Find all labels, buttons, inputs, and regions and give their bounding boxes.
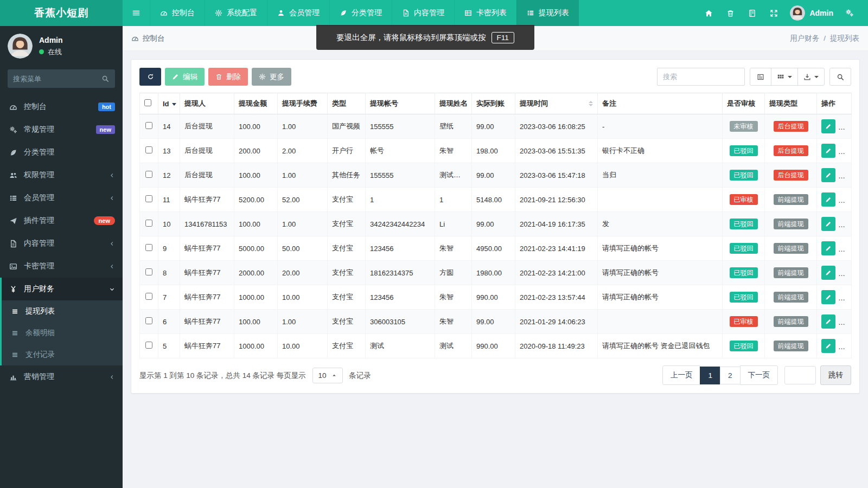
topnav-item[interactable]: 提现列表 — [516, 0, 579, 26]
select-all-header[interactable] — [140, 93, 158, 114]
search-button[interactable] — [829, 68, 851, 86]
withdraw-type-badge: 前端提现 — [774, 243, 808, 254]
page-size-select[interactable]: 10 — [312, 368, 343, 383]
column-header[interactable]: 是否审核 — [723, 93, 765, 114]
delete-button[interactable]: 删除 — [208, 68, 248, 86]
edit-row-button[interactable] — [821, 314, 835, 329]
edit-row-button[interactable] — [821, 266, 835, 280]
sidebar-item[interactable]: 内容管理 — [0, 232, 123, 255]
edit-row-button[interactable] — [821, 290, 835, 304]
user-status: 在线 — [39, 47, 63, 57]
sidebar-toggle-button[interactable] — [123, 0, 150, 26]
row-checkbox[interactable] — [145, 268, 152, 275]
log-icon[interactable] — [741, 0, 763, 26]
topnav-user[interactable]: Admin — [784, 5, 839, 21]
row-checkbox[interactable] — [145, 317, 152, 324]
pencil-icon — [825, 343, 832, 349]
sidebar-item[interactable]: 营销管理 — [0, 365, 123, 388]
sidebar-search-input[interactable] — [8, 69, 95, 88]
edit-row-button[interactable] — [821, 144, 835, 158]
column-header[interactable]: 提现手续费 — [278, 93, 328, 114]
jump-button[interactable]: 跳转 — [820, 365, 851, 385]
search-icon — [101, 75, 109, 82]
row-checkbox[interactable] — [145, 146, 152, 153]
row-checkbox[interactable] — [145, 122, 152, 129]
column-header[interactable]: 操作 — [817, 93, 852, 114]
column-header-label: 提现人 — [184, 99, 206, 107]
column-header[interactable]: 提现人 — [180, 93, 234, 114]
cell-actual-amount: 4950.00 — [472, 236, 515, 261]
edit-row-button[interactable] — [821, 168, 835, 182]
trash-icon[interactable] — [719, 0, 741, 26]
table-row: 14后台提现100.001.00国产视频155555壁纸99.002023-03… — [140, 114, 852, 139]
sidebar-item[interactable]: 卡密管理 — [0, 255, 123, 278]
topnav-item[interactable]: 系统配置 — [205, 0, 267, 26]
table-search-input[interactable] — [657, 68, 745, 86]
column-header[interactable]: 实际到账 — [472, 93, 515, 114]
topnav-right: Admin — [698, 0, 868, 26]
edit-button[interactable]: 编辑 — [165, 68, 205, 86]
cell-fee: 2.00 — [278, 139, 328, 163]
topnav-item[interactable]: 卡密列表 — [454, 0, 516, 26]
column-header[interactable]: 提现姓名 — [435, 93, 472, 114]
pagination: 上一页 12 下一页 跳转 — [662, 365, 851, 385]
sidebar-subitem[interactable]: 提现列表 — [2, 300, 123, 322]
page-number-button[interactable]: 1 — [700, 367, 720, 384]
topnav-item[interactable]: 分类管理 — [329, 0, 392, 26]
sidebar-item[interactable]: 分类管理 — [0, 141, 123, 164]
column-header[interactable]: 提现时间 — [515, 93, 598, 114]
sidebar-item[interactable]: 用户财务提现列表余额明细支付记录 — [0, 278, 123, 365]
column-header[interactable]: 提现帐号 — [366, 93, 435, 114]
edit-row-button[interactable] — [821, 119, 835, 133]
select-all-checkbox[interactable] — [144, 99, 151, 106]
sidebar-item[interactable]: 插件管理new — [0, 209, 123, 232]
list-icon — [10, 351, 20, 358]
export-button[interactable] — [797, 68, 825, 86]
home-icon[interactable] — [698, 0, 719, 26]
row-checkbox[interactable] — [145, 171, 152, 178]
edit-row-button[interactable] — [821, 217, 835, 231]
settings-icon[interactable] — [839, 0, 860, 26]
sidebar-search-button[interactable] — [95, 69, 115, 88]
column-header[interactable]: 提现类型 — [765, 93, 817, 114]
expand-icon[interactable] — [763, 0, 784, 26]
prev-page-button[interactable]: 上一页 — [662, 365, 701, 385]
sidebar-subitem[interactable]: 支付记录 — [2, 344, 123, 365]
row-checkbox[interactable] — [145, 293, 152, 300]
column-header[interactable]: 提现金额 — [234, 93, 278, 114]
cell-amount: 5200.00 — [234, 188, 278, 212]
row-checkbox[interactable] — [145, 220, 152, 227]
edit-row-button[interactable] — [821, 339, 835, 353]
edit-row-button[interactable] — [821, 192, 835, 207]
row-checkbox[interactable] — [145, 244, 152, 251]
sidebar-item[interactable]: 权限管理 — [0, 164, 123, 187]
refresh-button[interactable] — [139, 68, 161, 86]
topnav-item[interactable]: 内容管理 — [392, 0, 454, 26]
edit-row-button[interactable] — [821, 241, 835, 255]
cell-type: 支付宝 — [328, 334, 366, 358]
sidebar-item[interactable]: 会员管理 — [0, 187, 123, 209]
sidebar-item[interactable]: 常规管理new — [0, 118, 123, 141]
column-header[interactable]: 备注 — [598, 93, 723, 114]
jump-page-input[interactable] — [784, 366, 816, 384]
column-header[interactable]: Id — [158, 93, 180, 114]
users-icon — [8, 171, 18, 179]
detail-view-button[interactable] — [750, 68, 771, 86]
columns-button[interactable] — [771, 68, 798, 86]
sidebar-item[interactable]: 控制台hot — [0, 95, 123, 118]
table-row: 5蜗牛狂奔771000.0010.00支付宝测试测试990.002020-09-… — [140, 334, 852, 358]
page-number-button[interactable]: 2 — [720, 367, 741, 384]
row-checkbox[interactable] — [145, 342, 152, 349]
breadcrumb[interactable]: 控制台 — [131, 34, 165, 43]
cell-withdraw-time: 2023-03-06 16:08:25 — [515, 114, 598, 139]
column-header[interactable]: 类型 — [328, 93, 366, 114]
next-page-button[interactable]: 下一页 — [740, 365, 778, 385]
topnav-item[interactable]: 控制台 — [150, 0, 205, 26]
topnav-item[interactable]: 会员管理 — [267, 0, 329, 26]
sidebar-subitem[interactable]: 余额明细 — [2, 322, 123, 344]
row-checkbox[interactable] — [145, 195, 152, 202]
leaf-icon — [340, 9, 347, 17]
sidebar-item-label: 权限管理 — [24, 170, 54, 180]
gears-icon — [8, 126, 18, 134]
more-button[interactable]: 更多 — [252, 68, 291, 86]
